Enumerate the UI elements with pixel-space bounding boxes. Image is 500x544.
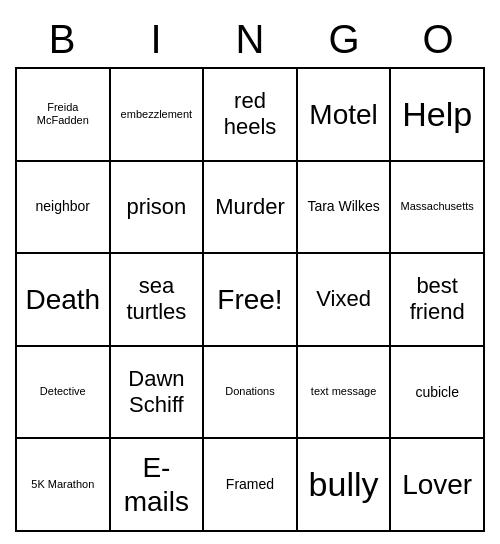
cell-1-1: prison (111, 162, 205, 255)
cell-text: Free! (217, 283, 282, 317)
cell-text: sea turtles (115, 273, 199, 326)
cell-text: text message (311, 385, 376, 398)
cell-text: best friend (395, 273, 479, 326)
cell-4-0: 5K Marathon (17, 439, 111, 532)
cell-2-4: best friend (391, 254, 485, 347)
cell-text: Framed (226, 476, 274, 493)
cell-0-2: red heels (204, 69, 298, 162)
cell-3-3: text message (298, 347, 392, 440)
cell-text: Tara Wilkes (307, 198, 379, 215)
cell-text: red heels (208, 88, 292, 141)
cell-text: Death (25, 283, 100, 317)
bingo-row: Freida McFaddenembezzlementred heelsMote… (17, 69, 485, 162)
cell-1-3: Tara Wilkes (298, 162, 392, 255)
cell-text: Motel (309, 98, 377, 132)
bingo-header: BINGO (15, 12, 485, 67)
header-letter: I (109, 12, 203, 67)
cell-2-3: Vixed (298, 254, 392, 347)
cell-text: Dawn Schiff (115, 366, 199, 419)
cell-text: E-mails (115, 451, 199, 518)
bingo-card: BINGO Freida McFaddenembezzlementred hee… (15, 12, 485, 532)
cell-text: Vixed (316, 286, 371, 312)
header-letter: G (297, 12, 391, 67)
bingo-row: Deathsea turtlesFree!Vixedbest friend (17, 254, 485, 347)
cell-text: embezzlement (121, 108, 193, 121)
cell-text: Lover (402, 468, 472, 502)
cell-2-2: Free! (204, 254, 298, 347)
cell-text: cubicle (415, 384, 459, 401)
cell-4-3: bully (298, 439, 392, 532)
cell-3-2: Donations (204, 347, 298, 440)
cell-text: prison (126, 194, 186, 220)
cell-text: neighbor (36, 198, 91, 215)
cell-0-0: Freida McFadden (17, 69, 111, 162)
cell-3-0: Detective (17, 347, 111, 440)
cell-text: Massachusetts (400, 200, 473, 213)
cell-4-1: E-mails (111, 439, 205, 532)
bingo-row: neighborprisonMurderTara WilkesMassachus… (17, 162, 485, 255)
cell-1-4: Massachusetts (391, 162, 485, 255)
cell-1-2: Murder (204, 162, 298, 255)
cell-3-4: cubicle (391, 347, 485, 440)
cell-text: Detective (40, 385, 86, 398)
cell-3-1: Dawn Schiff (111, 347, 205, 440)
bingo-row: 5K MarathonE-mailsFramedbullyLover (17, 439, 485, 532)
cell-0-3: Motel (298, 69, 392, 162)
header-letter: B (15, 12, 109, 67)
cell-2-0: Death (17, 254, 111, 347)
cell-1-0: neighbor (17, 162, 111, 255)
header-letter: N (203, 12, 297, 67)
cell-4-2: Framed (204, 439, 298, 532)
cell-text: Help (402, 94, 472, 135)
header-letter: O (391, 12, 485, 67)
cell-text: Donations (225, 385, 275, 398)
cell-text: bully (309, 464, 379, 505)
cell-2-1: sea turtles (111, 254, 205, 347)
cell-text: 5K Marathon (31, 478, 94, 491)
cell-0-4: Help (391, 69, 485, 162)
cell-text: Murder (215, 194, 285, 220)
cell-0-1: embezzlement (111, 69, 205, 162)
bingo-row: DetectiveDawn SchiffDonationstext messag… (17, 347, 485, 440)
bingo-grid: Freida McFaddenembezzlementred heelsMote… (15, 67, 485, 532)
cell-text: Freida McFadden (21, 101, 105, 127)
cell-4-4: Lover (391, 439, 485, 532)
